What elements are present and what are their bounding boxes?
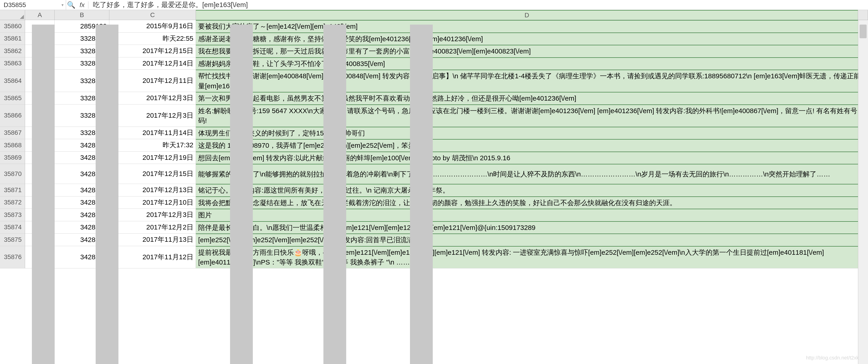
cell[interactable]: [em]e252[\/em][em]e252[\/em][em]e252[\/e… — [196, 234, 868, 246]
fx-icon[interactable]: fx — [76, 1, 88, 9]
row-header[interactable]: 35870 — [0, 164, 25, 184]
cell[interactable]: 2017年12月3日 — [109, 209, 196, 221]
row-header[interactable]: 35863 — [0, 57, 25, 70]
cell[interactable]: 2017年11月14日 — [109, 127, 196, 139]
column-header-b[interactable]: B — [55, 10, 109, 20]
redaction-bar — [410, 25, 433, 364]
cell[interactable]: 我将会把黯然的思念凝结在翅上，放飞在天涯。拦截着滂沱的泪泣，让刻意坚韧的颜容，勉… — [196, 196, 868, 209]
table-row[interactable]: 3587134281602017年12月13日铭记于心。 转发内容:愿这世间所有… — [0, 184, 868, 196]
row-header[interactable]: 35862 — [0, 45, 25, 57]
scroll-thumb[interactable] — [860, 25, 867, 38]
row-header[interactable]: 35861 — [0, 33, 25, 45]
column-header-c[interactable]: C — [109, 10, 196, 20]
cell[interactable]: 铭记于心。 转发内容:愿这世间所有美好，都不负过往。\n 记南京大屠杀80周年祭… — [196, 184, 868, 196]
row-header[interactable]: 35868 — [0, 139, 25, 152]
redaction-bar — [323, 25, 346, 364]
cell[interactable]: 2017年12月3日 — [109, 92, 196, 104]
table-row[interactable]: 358683428160昨天17:32这是我的 18356408970，我弄错了… — [0, 139, 868, 152]
row-header[interactable]: 35864 — [0, 70, 25, 92]
formula-bar: D35855 ▾ 🔍 fx 吃了好多，逛了好多，最爱还是你。[em]e163[\… — [0, 0, 868, 10]
cell[interactable]: 昨天17:32 — [109, 139, 196, 152]
name-box-dropdown-icon[interactable]: ▾ — [62, 2, 64, 7]
table-row[interactable]: 3586333281242017年12月14日感谢妈妈亲手做的鞋，让丫头学习不怕… — [0, 57, 868, 70]
row-header[interactable]: 35876 — [0, 246, 25, 268]
watermark: http://blog.csdn.net/t2xk — [806, 355, 859, 361]
cell[interactable]: 2017年11月13日 — [109, 234, 196, 246]
cell[interactable]: 2017年12月19日 — [109, 152, 196, 164]
row-header[interactable]: 35860 — [0, 20, 25, 32]
cell[interactable]: 陪伴是最长情的告白。\n愿我们一世温柔相待。[em]e121[\/em][em]… — [196, 221, 868, 234]
row-header[interactable]: 35867 — [0, 127, 25, 139]
column-header-a[interactable]: A — [25, 10, 55, 20]
cell[interactable]: 体现男生们 英勇侠义的时候到了，定特15麻醉的帅哥们 — [196, 127, 868, 139]
redaction-bar — [230, 25, 253, 364]
cell[interactable]: 要被我们大宇帅疯了～[em]e142[\/em][em]e142[\/em] — [196, 20, 868, 32]
cell[interactable]: 想回去[em]e146[\/em] 转发内容:以此片献给我美丽的蚌埠[em]e1… — [196, 152, 868, 164]
cell[interactable]: 2017年12月2日 — [109, 221, 196, 234]
cell[interactable]: 感谢圣诞老人的大糖糖，感谢有你，坚持做那个爱笑的我[em]e401236[\/e… — [196, 33, 868, 45]
table-row[interactable]: 3586233281242017年12月15日我在想我要是不会拆迁呢，那一天过后… — [0, 45, 868, 57]
cell-reference: D35855 — [4, 1, 26, 9]
cell[interactable]: 提前祝我最亲爱的方雨生日快乐🎂呀哦，么么哒[em]e121[\/em][em]e… — [196, 246, 868, 268]
row-header[interactable]: 35874 — [0, 221, 25, 234]
cell[interactable]: 图片 — [196, 209, 868, 221]
table-row[interactable]: 3587634281602017年11月12日提前祝我最亲爱的方雨生日快乐🎂呀哦… — [0, 246, 868, 268]
table-row[interactable]: 358613328124昨天22:55感谢圣诞老人的大糖糖，感谢有你，坚持做那个… — [0, 33, 868, 45]
row-header[interactable]: 35869 — [0, 152, 25, 164]
vertical-scrollbar[interactable] — [858, 20, 868, 364]
row-header[interactable]: 35866 — [0, 104, 25, 127]
cell[interactable]: 姓名:解盼盼 手机号:159 5647 XXXX\n大家看到了请联系这个号码，急… — [196, 104, 868, 127]
row-header[interactable]: 35871 — [0, 184, 25, 196]
cell[interactable]: 2017年12月14日 — [109, 57, 196, 70]
cell[interactable]: 2017年12月15日 — [109, 164, 196, 184]
table-row[interactable]: 3586433281242017年12月11日帮忙找找书，谢谢谢谢[em]e40… — [0, 70, 868, 92]
cell[interactable]: 2017年11月12日 — [109, 246, 196, 268]
cell[interactable]: 2017年12月3日 — [109, 104, 196, 127]
grid-area[interactable]: 3586028591392015年9月16日要被我们大宇帅疯了～[em]e142… — [0, 20, 868, 268]
redaction-bar — [32, 25, 55, 364]
cell[interactable]: 2017年12月13日 — [109, 184, 196, 196]
column-header-d[interactable]: D — [196, 10, 858, 20]
row-header[interactable]: 35865 — [0, 92, 25, 104]
table-row[interactable]: 3586633281242017年12月3日姓名:解盼盼 手机号:159 564… — [0, 104, 868, 127]
cell[interactable]: 感谢妈妈亲手做的鞋，让丫头学习不怕冷了[em]e400835[\/em] — [196, 57, 868, 70]
table-row[interactable]: 3587034281602017年12月15日能够握紧的就别放了\n能够拥抱的就… — [0, 164, 868, 184]
row-header[interactable]: 35872 — [0, 196, 25, 209]
formula-input[interactable]: 吃了好多，逛了好多，最爱还是你。[em]e163[\/em] — [88, 0, 868, 10]
cell[interactable]: 我在想我要是不会拆迁呢，那一天过后我就是在市里有了一套房的小富婆[em]e400… — [196, 45, 868, 57]
cell[interactable]: 昨天22:55 — [109, 33, 196, 45]
table-row[interactable]: 3587234281602017年12月10日我将会把黯然的思念凝结在翅上，放飞… — [0, 196, 868, 209]
table-row[interactable]: 3587534281602017年11月13日[em]e252[\/em][em… — [0, 234, 868, 246]
table-row[interactable]: 3586733281242017年11月14日体现男生们 英勇侠义的时候到了，定… — [0, 127, 868, 139]
table-row[interactable]: 3587434281602017年12月2日陪伴是最长情的告白。\n愿我们一世温… — [0, 221, 868, 234]
cell[interactable]: 第一次和男朋友一起看电影，虽然男友不算帅，虽然我平时不喜欢看动画，虽然路上好冷，… — [196, 92, 868, 104]
cell[interactable]: 能够握紧的就别放了\n能够拥抱的就别拉扯\n时间着急的冲刷着\n剩下了什么\n…… — [196, 164, 868, 184]
cell[interactable]: 2017年12月11日 — [109, 70, 196, 92]
column-header-scroll — [858, 10, 868, 20]
row-header[interactable]: 35873 — [0, 209, 25, 221]
table-row[interactable]: 3586533281242017年12月3日第一次和男朋友一起看电影，虽然男友不… — [0, 92, 868, 104]
formula-text: 吃了好多，逛了好多，最爱还是你。[em]e163[\/em] — [93, 0, 248, 9]
name-box[interactable]: D35855 ▾ — [0, 0, 66, 10]
row-header[interactable]: 35875 — [0, 234, 25, 246]
cell[interactable]: 2017年12月10日 — [109, 196, 196, 209]
cell[interactable]: 2017年12月15日 — [109, 45, 196, 57]
table-row[interactable]: 3586934281602017年12月19日想回去[em]e146[\/em]… — [0, 152, 868, 164]
cell[interactable]: 帮忙找找书，谢谢谢谢[em]e400848[\/em][em]e400848[\… — [196, 70, 868, 92]
redaction-bar — [96, 25, 118, 364]
cell[interactable]: 这是我的 18356408970，我弄错了[em]e252[\/em][em]e… — [196, 139, 868, 152]
magnify-icon[interactable]: 🔍 — [66, 1, 76, 9]
table-row[interactable]: 3586028591392015年9月16日要被我们大宇帅疯了～[em]e142… — [0, 20, 868, 33]
column-headers: A B C D — [0, 10, 868, 20]
cell[interactable]: 2015年9月16日 — [109, 20, 196, 32]
select-all-corner[interactable] — [0, 10, 25, 20]
table-row[interactable]: 3587334281602017年12月3日图片 — [0, 209, 868, 221]
